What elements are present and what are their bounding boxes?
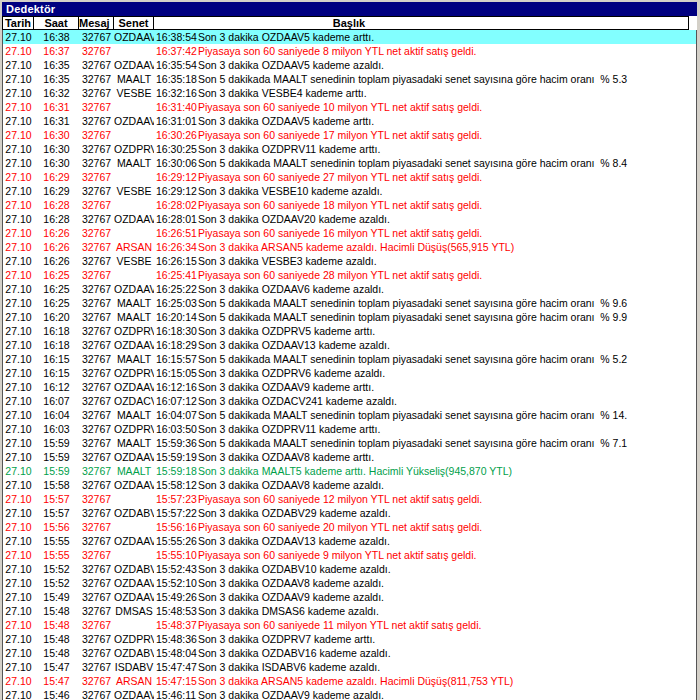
column-header-baslik[interactable]: Başlık [154, 17, 688, 29]
table-row[interactable]: 27.10 15:52 32767 OZDABV 15:52:43Son 3 d… [3, 562, 696, 576]
table-row[interactable]: 27.10 16:37 32767 16:37:42Piyasaya son 6… [3, 44, 696, 58]
table-row[interactable]: 27.10 16:30 32767 MAALT 16:30:06Son 5 da… [3, 156, 696, 170]
baslik-timestamp: 16:07:12 [156, 394, 198, 408]
cell-baslik: 15:48:04Son 3 dakika OZDABV16 kademe aza… [154, 646, 696, 660]
cell-symbol: DMSAS [114, 604, 154, 618]
cell-msgno: 32767 [79, 240, 114, 254]
column-header-saat[interactable]: Saat [34, 17, 79, 29]
cell-msgno: 32767 [79, 226, 114, 240]
table-row[interactable]: 27.10 15:48 32767 OZDABV 15:48:04Son 3 d… [3, 646, 696, 660]
table-row[interactable]: 27.10 16:29 32767 16:29:12Piyasaya son 6… [3, 170, 696, 184]
baslik-timestamp: 15:52:43 [156, 562, 198, 576]
cell-time: 15:57 [34, 492, 79, 506]
baslik-message: Son 3 dakika OZDAAV [198, 30, 304, 44]
table-row[interactable]: 27.10 15:57 32767 15:57:23Piyasaya son 6… [3, 492, 696, 506]
window-titlebar[interactable]: Dedektör [2, 2, 697, 16]
table-row[interactable]: 27.10 15:48 32767 15:48:37Piyasaya son 6… [3, 618, 696, 632]
baslik-message2: 20 kademe azaldı. [304, 213, 390, 225]
table-row[interactable]: 27.10 16:32 32767 VESBE 16:32:16Son 3 da… [3, 86, 696, 100]
cell-symbol: OZDPRV [114, 324, 154, 338]
column-header-tarih[interactable]: Tarih [3, 17, 34, 29]
cell-baslik: 15:59:36Son 5 dakikada MAALT senedinin t… [154, 436, 696, 450]
table-row[interactable]: 27.10 16:30 32767 OZDPRV 16:30:25Son 3 d… [3, 142, 696, 156]
table-row[interactable]: 27.10 16:25 32767 16:25:41Piyasaya son 6… [3, 268, 696, 282]
cell-baslik: 15:55:10Piyasaya son 60 saniyede 9 milyo… [154, 548, 696, 562]
cell-time: 15:59 [34, 436, 79, 450]
cell-date: 27.10 [3, 72, 34, 86]
table-row[interactable]: 27.10 15:59 32767 OZDAAV 15:59:19Son 3 d… [3, 450, 696, 464]
table-row[interactable]: 27.10 16:04 32767 MAALT 16:04:07Son 5 da… [3, 408, 696, 422]
cell-msgno: 32767 [79, 450, 114, 464]
table-row[interactable]: 27.10 16:07 32767 OZDACV 16:07:12Son 3 d… [3, 394, 696, 408]
cell-baslik: 16:37:42Piyasaya son 60 saniyede 8 milyo… [154, 44, 696, 58]
cell-date: 27.10 [3, 660, 34, 674]
baslik-message: Son 3 dakika OZDAAV [198, 338, 304, 352]
cell-date: 27.10 [3, 282, 34, 296]
table-row[interactable]: 27.10 16:38 32767 OZDAAV 16:38:54Son 3 d… [3, 30, 696, 44]
cell-baslik: 15:47:15Son 3 dakika ARSAN5 kademe azald… [154, 674, 696, 688]
cell-baslik: 16:12:16Son 3 dakika OZDAAV9 kademe artt… [154, 380, 696, 394]
table-row[interactable]: 27.10 16:26 32767 VESBE 16:26:15Son 3 da… [3, 254, 696, 268]
cell-time: 16:25 [34, 268, 79, 282]
cell-date: 27.10 [3, 548, 34, 562]
baslik-message: Piyasaya son 60 saniyede 17 milyon YTL n… [198, 128, 482, 142]
table-row[interactable]: 27.10 15:48 32767 DMSAS 15:48:53Son 3 da… [3, 604, 696, 618]
table-row[interactable]: 27.10 15:57 32767 OZDABV 15:57:22Son 3 d… [3, 506, 696, 520]
baslik-timestamp: 16:25:03 [156, 296, 198, 310]
table-row[interactable]: 27.10 16:15 32767 OZDPRV 16:15:05Son 3 d… [3, 366, 696, 380]
table-row[interactable]: 27.10 15:48 32767 OZDPRV 15:48:36Son 3 d… [3, 632, 696, 646]
table-row[interactable]: 27.10 15:58 32767 OZDAAV 15:58:12Son 3 d… [3, 478, 696, 492]
cell-baslik: 16:35:54Son 3 dakika OZDAAV5 kademe azal… [154, 58, 696, 72]
column-header-mesaj-no[interactable]: Mesaj N [79, 17, 114, 29]
table-row[interactable]: 27.10 15:46 32767 OZDAAV 15:46:11Son 3 d… [3, 688, 696, 700]
table-row[interactable]: 27.10 16:26 32767 ARSAN 16:26:34Son 3 da… [3, 240, 696, 254]
table-row[interactable]: 27.10 16:28 32767 16:28:02Piyasaya son 6… [3, 198, 696, 212]
baslik-message: Son 3 dakika VESBE [198, 184, 297, 198]
table-row[interactable]: 27.10 16:35 32767 MAALT 16:35:18Son 5 da… [3, 72, 696, 86]
cell-date: 27.10 [3, 618, 34, 632]
table-row[interactable]: 27.10 16:18 32767 OZDAAV 16:18:29Son 3 d… [3, 338, 696, 352]
table-row[interactable]: 27.10 16:15 32767 MAALT 16:15:57Son 5 da… [3, 352, 696, 366]
table-row[interactable]: 27.10 15:49 32767 OZDAAV 15:49:26Son 3 d… [3, 590, 696, 604]
table-row[interactable]: 27.10 15:55 32767 15:55:10Piyasaya son 6… [3, 548, 696, 562]
cell-symbol: MAALT [114, 464, 154, 478]
cell-msgno: 32767 [79, 254, 114, 268]
cell-date: 27.10 [3, 422, 34, 436]
table-row[interactable]: 27.10 16:30 32767 16:30:26Piyasaya son 6… [3, 128, 696, 142]
baslik-message2: 5 kademe arttı. [304, 115, 374, 127]
baslik-message: Son 3 dakika VESBE [198, 86, 297, 100]
table-row[interactable]: 27.10 16:18 32767 OZDPRV 16:18:30Son 3 d… [3, 324, 696, 338]
table-row[interactable]: 27.10 16:35 32767 OZDAAV 16:35:54Son 3 d… [3, 58, 696, 72]
table-row[interactable]: 27.10 16:28 32767 OZDAAV 16:28:01Son 3 d… [3, 212, 696, 226]
cell-date: 27.10 [3, 128, 34, 142]
cell-time: 15:48 [34, 604, 79, 618]
table-row[interactable]: 27.10 15:52 32767 OZDAAV 15:52:10Son 3 d… [3, 576, 696, 590]
baslik-message: Son 3 dakika OZDAAV [198, 576, 304, 590]
baslik-timestamp: 16:32:16 [156, 86, 198, 100]
table-row[interactable]: 27.10 15:59 32767 MAALT 15:59:36Son 5 da… [3, 436, 696, 450]
table-row[interactable]: 27.10 16:31 32767 16:31:40Piyasaya son 6… [3, 100, 696, 114]
table-row[interactable]: 27.10 16:25 32767 MAALT 16:25:03Son 5 da… [3, 296, 696, 310]
cell-time: 16:04 [34, 408, 79, 422]
cell-symbol: VESBE [114, 86, 154, 100]
table-row[interactable]: 27.10 16:26 32767 16:26:51Piyasaya son 6… [3, 226, 696, 240]
table-row[interactable]: 27.10 16:25 32767 OZDAAV 16:25:22Son 3 d… [3, 282, 696, 296]
table-row[interactable]: 27.10 15:55 32767 OZDAAV 15:55:26Son 3 d… [3, 534, 696, 548]
cell-symbol: OZDAAV [114, 688, 154, 700]
cell-symbol: MAALT [114, 436, 154, 450]
baslik-message: Son 5 dakikada MAALT senedinin toplam pi… [198, 156, 627, 170]
table-row[interactable]: 27.10 15:56 32767 15:56:16Piyasaya son 6… [3, 520, 696, 534]
table-row[interactable]: 27.10 16:31 32767 OZDAAV 16:31:01Son 3 d… [3, 114, 696, 128]
table-row[interactable]: 27.10 15:59 32767 MAALT 15:59:18Son 3 da… [3, 464, 696, 478]
table-row[interactable]: 27.10 16:29 32767 VESBE 16:29:12Son 3 da… [3, 184, 696, 198]
column-header-senet[interactable]: Senet [114, 17, 154, 29]
table-row[interactable]: 27.10 16:20 32767 MAALT 16:20:14Son 5 da… [3, 310, 696, 324]
table-row[interactable]: 27.10 15:47 32767 ISDABV 15:47:47Son 3 d… [3, 660, 696, 674]
table-row[interactable]: 27.10 16:12 32767 OZDAAV 16:12:16Son 3 d… [3, 380, 696, 394]
table-row[interactable]: 27.10 16:03 32767 OZDPRV 16:03:50Son 3 d… [3, 422, 696, 436]
table-row[interactable]: 27.10 15:47 32767 ARSAN 15:47:15Son 3 da… [3, 674, 696, 688]
cell-msgno: 32767 [79, 100, 114, 114]
cell-date: 27.10 [3, 478, 34, 492]
cell-msgno: 32767 [79, 366, 114, 380]
cell-time: 16:30 [34, 156, 79, 170]
